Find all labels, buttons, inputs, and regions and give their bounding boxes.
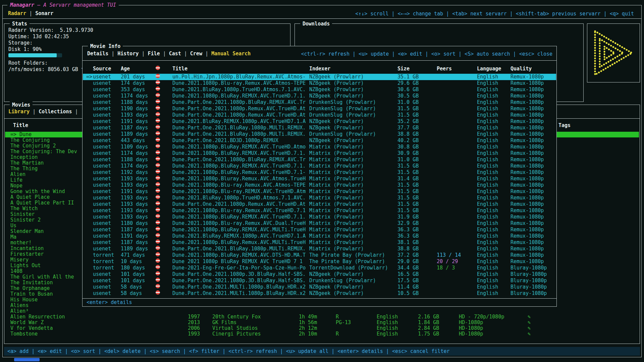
- result-quality: Remux-1080p: [511, 157, 544, 163]
- result-language: English: [477, 112, 498, 118]
- movie-row[interactable]: Alien Resurrection199720th Century Fox1h…: [5, 314, 639, 320]
- result-title: un.Pol.Hin.Jpn.1080p.BluRay.Remux.AVC.At…: [172, 74, 306, 80]
- result-quality: Bluray-1080p: [511, 265, 547, 271]
- search-result-row[interactable]: usenet1193 daysDune.2021.1080p.BluRay.RE…: [83, 214, 556, 220]
- search-result-row[interactable]: usenet1174 daysDune.2021.1080p.BluRay.RE…: [83, 93, 556, 99]
- search-result-row[interactable]: usenet1190 daysDune.Part.One.2021.1080p.…: [83, 106, 556, 112]
- movie-row[interactable]: Tombstone1993Cinergi Pictures2h 10mREngl…: [5, 331, 639, 337]
- search-result-row[interactable]: torrent180 daysDune-2021-Eng-Fre-Ger-Ita…: [83, 265, 556, 271]
- movie-year: 2013: [188, 320, 200, 325]
- search-result-row[interactable]: usenet443 daysDune.Part.One.2021.BD3D.10…: [83, 137, 556, 144]
- movie-title: mother!: [10, 240, 32, 246]
- result-title: Dune.2021.1080p.BluRay.REMUX.AVC.TrueHD.…: [172, 163, 306, 169]
- search-result-row[interactable]: usenet1193 daysDune.2021.1080p.Bluray.Re…: [83, 176, 556, 182]
- result-size: 30.8 GB: [397, 144, 419, 150]
- result-size: 32.9 GB: [397, 220, 419, 227]
- result-age: 1193 days: [121, 195, 148, 201]
- tab-separator: |: [139, 51, 147, 57]
- result-size: 38.8 GB: [397, 246, 419, 252]
- result-age: 1109 days: [121, 144, 148, 150]
- column-size: Size: [397, 66, 410, 72]
- search-result-row[interactable]: usenet1187 daysDune.2021.1080p.BluRay.RE…: [83, 227, 556, 233]
- search-result-row[interactable]: usenet1109 daysDune.2021.1080p.BluRay.RE…: [83, 144, 556, 150]
- result-language: English: [477, 284, 498, 290]
- search-result-row[interactable]: usenet1191 daysDune.2021.BluRay.REMUX.10…: [83, 233, 556, 239]
- tab-file[interactable]: File: [147, 51, 161, 57]
- result-indexer: The Pirate Bay (Prowlarr): [309, 252, 385, 258]
- result-title: Dune.2021.1080p.BluRay.REMUX.AVC.MULTi.T…: [172, 227, 306, 233]
- tab-cast[interactable]: Cast: [168, 51, 182, 57]
- movie-row[interactable]: Alien³: [5, 308, 639, 314]
- result-indexer: Miatrix (Prowlarr): [309, 188, 364, 195]
- tab-radarr[interactable]: Radarr: [7, 10, 27, 16]
- search-result-row[interactable]: usenet174 daysDune.2021.1080p.Blu-ray.Re…: [83, 80, 556, 86]
- search-result-row[interactable]: usenet1174 daysDune.2021.1080p.BluRay.RE…: [83, 150, 556, 157]
- search-result-row[interactable]: usenet1187 daysDune.2021.1080p.BluRay.Re…: [83, 239, 556, 246]
- search-result-row[interactable]: usenet1191 daysDune.2021.BluRay.REMUX.10…: [83, 118, 556, 125]
- search-result-row[interactable]: usenet1193 daysDune.Part.One.2021.1080p.…: [83, 201, 556, 207]
- tab-library[interactable]: Library: [8, 109, 30, 115]
- result-age: 1193 days: [121, 112, 148, 118]
- search-result-row[interactable]: usenet58 daysDune.Part.One.2021.MULTi.10…: [83, 284, 556, 290]
- movie-title: His House: [10, 297, 38, 303]
- movie-info-tabs-divider: [83, 60, 556, 61]
- result-quality: Remux-1080p: [511, 233, 544, 239]
- search-result-row[interactable]: torrent10 daysDune 2021 1080p BluRay REM…: [83, 258, 556, 265]
- search-result-row[interactable]: usenet353 daysDune.2021.BluRay.1080p.Tru…: [83, 86, 556, 93]
- result-language: English: [477, 86, 498, 93]
- search-result-row[interactable]: usenet1174 daysDune.2021.1080p.BluRay.RE…: [83, 163, 556, 169]
- result-title: Dune.Part.One.2021.MULTi.1080p.BluRay.HD…: [172, 284, 306, 290]
- movies-column-tags: Tags: [558, 122, 571, 129]
- search-result-row[interactable]: usenet101 daysDune.Part.One.2021.1080p.3…: [83, 271, 556, 278]
- movie-quality: HD-1080p: [459, 331, 483, 337]
- movie-title: Gone with the Wind: [10, 189, 65, 194]
- search-result-row[interactable]: usenet1188 daysDune.Part.One.2021.1080p.…: [83, 157, 556, 163]
- tab-history[interactable]: History: [117, 51, 139, 57]
- rejected-icon: [156, 163, 160, 167]
- result-language: English: [477, 265, 498, 271]
- tab-sonarr[interactable]: Sonarr: [35, 10, 54, 16]
- search-result-row[interactable]: torrent471 daysDune.2021.1080p.BluRay.RE…: [83, 252, 556, 258]
- search-result-row[interactable]: =>usenet201 daysun.Pol.Hin.Jpn.1080p.Blu…: [83, 74, 556, 80]
- movie-title: Tombstone: [10, 331, 38, 337]
- result-size: 38.1 GB: [397, 239, 419, 246]
- result-source: usenet: [93, 80, 111, 86]
- movie-title: Nope: [10, 183, 22, 189]
- search-result-row[interactable]: usenet101 daysDune.Part.One.2021.1080p.3…: [83, 278, 556, 284]
- search-result-row[interactable]: usenet1191 daysDune.2021.1080p.Blu-ray.R…: [83, 188, 556, 195]
- search-result-row[interactable]: usenet1188 daysDune.Part.One.2021.1080p.…: [83, 99, 556, 106]
- movie-title: The Orphanage: [10, 286, 50, 291]
- search-result-row[interactable]: usenet1187 daysDune.Part.One.2021.BluRay…: [83, 125, 556, 131]
- search-result-row[interactable]: usenet58 daysDune.Part.One.2021.MULTi.10…: [83, 290, 556, 297]
- tab-manual-search[interactable]: Manual Search: [211, 51, 251, 57]
- result-language: English: [477, 169, 498, 176]
- search-result-row[interactable]: usenet1180 daysDune.2021.1080p.Blu-ray.R…: [83, 220, 556, 227]
- result-quality: Remux-1080p: [511, 220, 544, 227]
- search-result-row[interactable]: usenet1193 daysDune.Part.One.2021.1080p.…: [83, 112, 556, 118]
- rejected-icon: [156, 99, 160, 104]
- disk-usage-label: Disk 1: 90%: [8, 46, 42, 53]
- result-size: 29.6 GB: [397, 80, 419, 86]
- search-result-row[interactable]: usenet1192 daysDune.2021.1080p.BluRay.Re…: [83, 169, 556, 176]
- tab-crew[interactable]: Crew: [190, 51, 203, 57]
- result-language: English: [477, 246, 498, 252]
- search-result-row[interactable]: usenet1189 daysDune.Part.One.2021.BluRay…: [83, 246, 556, 252]
- result-language: English: [477, 227, 498, 233]
- movie-title: The Girl with All the: [10, 274, 74, 280]
- search-result-row[interactable]: usenet1193 daysDune.2021.1080p.Blu-ray.R…: [83, 207, 556, 214]
- search-result-row[interactable]: usenet1189 daysDune.Part.One.2021.BluRay…: [83, 131, 556, 137]
- tab-collections[interactable]: Collections: [38, 109, 72, 115]
- tab-details[interactable]: Details: [87, 51, 109, 57]
- result-title: Dune.Part.One.2021.BluRay.1080p.MULTi.RE…: [172, 125, 306, 131]
- result-language: English: [477, 239, 498, 246]
- tab-separator: |: [30, 109, 38, 115]
- search-result-row[interactable]: usenet1193 daysDune.2021.1080p.Blu-ray.R…: [83, 182, 556, 188]
- search-result-row[interactable]: usenet1193 daysDune.2021.BluRay.1080p.Tr…: [83, 195, 556, 201]
- rejected-icon: [156, 220, 160, 225]
- movie-title: Alien: [10, 172, 25, 177]
- result-language: English: [477, 106, 498, 112]
- column-indexer: Indexer: [309, 66, 330, 72]
- movie-row[interactable]: V for Vendetta2006Virtual Studios2h 12mE…: [5, 325, 639, 331]
- rejected-icon: [156, 284, 160, 288]
- movie-row[interactable]: World War Z2013GK Films1h 56mPG-13Englis…: [5, 320, 639, 325]
